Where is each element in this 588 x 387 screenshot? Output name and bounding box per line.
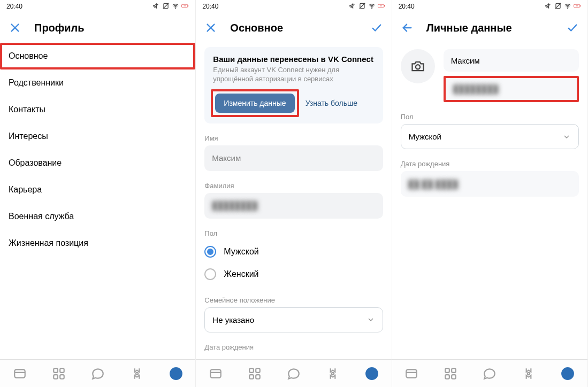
wifi-icon xyxy=(368,2,376,11)
avatar-name-row: Максим ████████ xyxy=(401,49,579,102)
svg-point-33 xyxy=(332,372,334,374)
nav-clips-icon[interactable] xyxy=(521,366,536,381)
status-icons: 11 xyxy=(545,2,581,11)
svg-rect-23 xyxy=(384,5,385,6)
gender-label: Пол xyxy=(204,229,383,237)
gender-male-label: Мужской xyxy=(224,247,258,257)
radio-selected-icon xyxy=(204,246,216,258)
nav-services-icon[interactable] xyxy=(51,366,66,381)
first-name-input[interactable]: Максим xyxy=(444,49,579,72)
list-item-relatives[interactable]: Родственники xyxy=(9,69,187,96)
sim-icon xyxy=(162,2,170,11)
list-item-contacts[interactable]: Контакты xyxy=(9,96,187,123)
nav-profile-icon[interactable] xyxy=(169,366,184,381)
status-icons: 11 xyxy=(349,2,385,11)
dob-label: Дата рождения xyxy=(401,160,579,168)
nav-messages-icon[interactable] xyxy=(90,366,105,381)
list-item-career[interactable]: Карьера xyxy=(9,176,187,203)
name-input[interactable]: Максим xyxy=(204,145,383,171)
profile-list: Основное Родственники Контакты Интересы … xyxy=(0,43,195,359)
list-item-education[interactable]: Образование xyxy=(9,150,187,176)
svg-point-17 xyxy=(174,370,178,374)
name-label: Имя xyxy=(204,134,383,142)
bottom-nav xyxy=(196,359,391,387)
gender-male-radio[interactable]: Мужской xyxy=(204,241,383,263)
header: Профиль xyxy=(0,13,195,43)
dob-input[interactable]: ██.██.████ xyxy=(401,171,579,197)
nav-news-icon[interactable] xyxy=(12,366,27,381)
back-icon[interactable] xyxy=(401,21,414,34)
list-item-life[interactable]: Жизненная позиция xyxy=(9,230,187,257)
svg-rect-14 xyxy=(60,375,64,379)
close-icon[interactable] xyxy=(204,21,217,34)
gender-select[interactable]: Мужской xyxy=(401,124,579,149)
svg-rect-29 xyxy=(249,368,254,373)
svg-text:11: 11 xyxy=(576,5,578,7)
nav-services-icon[interactable] xyxy=(247,366,262,381)
nav-messages-icon[interactable] xyxy=(482,366,497,381)
svg-rect-27 xyxy=(210,369,221,377)
svg-rect-9 xyxy=(14,369,25,377)
list-item-interests[interactable]: Интересы xyxy=(9,123,187,150)
svg-rect-50 xyxy=(452,375,456,379)
svg-rect-31 xyxy=(249,375,254,379)
nav-services-icon[interactable] xyxy=(443,366,458,381)
svg-point-53 xyxy=(566,370,570,374)
confirm-icon[interactable] xyxy=(370,21,383,34)
nav-news-icon[interactable] xyxy=(404,366,419,381)
confirm-icon[interactable] xyxy=(566,21,579,34)
nav-clips-icon[interactable] xyxy=(325,366,340,381)
svg-rect-49 xyxy=(446,375,450,379)
gender-female-radio[interactable]: Женский xyxy=(204,263,383,285)
status-time: 20:40 xyxy=(202,3,218,10)
vk-connect-card: Ваши данные перенесены в VK Connect Един… xyxy=(204,47,383,123)
name-fields: Максим ████████ xyxy=(444,49,579,102)
nav-messages-icon[interactable] xyxy=(286,366,301,381)
list-item-military[interactable]: Военная служба xyxy=(9,203,187,230)
svg-point-21 xyxy=(371,7,372,8)
page-title: Основное xyxy=(230,22,357,34)
svg-point-3 xyxy=(175,7,176,8)
nav-clips-icon[interactable] xyxy=(129,366,144,381)
svg-point-39 xyxy=(567,7,568,8)
svg-rect-48 xyxy=(452,368,456,373)
nav-news-icon[interactable] xyxy=(208,366,223,381)
wifi-icon xyxy=(172,2,179,11)
highlight-change-data: Изменить данные xyxy=(211,89,299,117)
basic-screen: 20:40 11 Основное Ваши данные перенесены… xyxy=(196,0,392,387)
profile-screen: 20:40 11 Профиль Основное Родственники К… xyxy=(0,0,196,387)
svg-rect-41 xyxy=(580,5,581,6)
avatar-upload[interactable] xyxy=(401,49,435,83)
bottom-nav xyxy=(392,359,587,387)
change-data-button[interactable]: Изменить данные xyxy=(215,94,294,113)
learn-more-link[interactable]: Узнать больше xyxy=(306,99,357,107)
basic-content: Ваши данные перенесены в VK Connect Един… xyxy=(196,43,391,359)
svg-point-15 xyxy=(136,372,138,374)
wifi-icon xyxy=(564,2,571,11)
marital-select[interactable]: Не указано xyxy=(204,307,383,332)
svg-rect-32 xyxy=(256,375,260,379)
status-bar: 20:40 11 xyxy=(196,0,391,13)
close-icon[interactable] xyxy=(9,21,21,34)
svg-text:11: 11 xyxy=(184,5,186,7)
chevron-down-icon xyxy=(366,315,375,324)
svg-text:11: 11 xyxy=(380,5,382,7)
sim-icon xyxy=(358,2,366,11)
last-name-input[interactable]: ████████ xyxy=(444,76,579,102)
page-title: Личные данные xyxy=(426,22,553,34)
header: Основное xyxy=(196,13,391,43)
nav-profile-icon[interactable] xyxy=(364,366,379,381)
svg-rect-13 xyxy=(54,375,58,379)
list-item-main[interactable]: Основное xyxy=(0,43,195,69)
svg-rect-11 xyxy=(54,368,58,373)
mute-icon xyxy=(349,2,356,11)
gender-value: Мужской xyxy=(409,132,441,141)
nav-profile-icon[interactable] xyxy=(560,366,575,381)
marital-label: Семейное положение xyxy=(204,296,383,304)
status-bar: 20:40 11 xyxy=(0,0,195,13)
personal-content: Максим ████████ Пол Мужской Дата рождени… xyxy=(392,43,587,359)
header: Личные данные xyxy=(392,13,587,43)
surname-input[interactable]: ████████ xyxy=(204,193,383,219)
gender-female-label: Женский xyxy=(224,269,258,279)
marital-value: Не указано xyxy=(212,315,254,324)
